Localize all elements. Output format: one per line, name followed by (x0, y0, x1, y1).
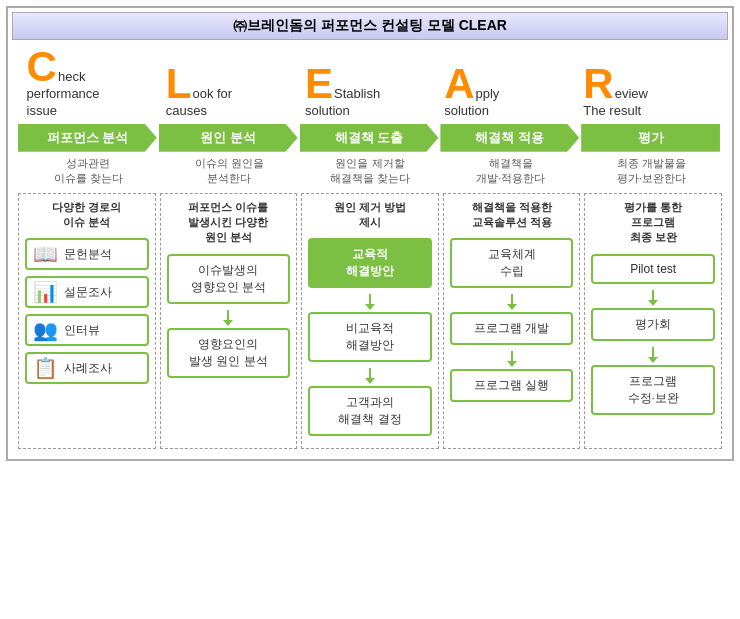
phase-label-1: 퍼포먼스 분석 (47, 129, 129, 147)
phase-label-4: 해결책 적용 (475, 129, 544, 147)
col4-item-2: 프로그램 개발 (450, 312, 574, 345)
phase-box-2: 원인 분석 (159, 124, 298, 152)
col1-item-1-label: 문헌분석 (64, 246, 112, 263)
desc-row: 성과관련이슈를 찾는다 이슈의 원인을분석한다 원인을 제거할해결책을 찾는다 … (12, 156, 728, 187)
desc-4: 해결책을개발·적용한다 (440, 156, 581, 187)
col1-item-3-label: 인터뷰 (64, 322, 100, 339)
phase-box-3: 해결책 도출 (300, 124, 439, 152)
people-icon: 👥 (33, 320, 58, 340)
col1-item-4-label: 사례조사 (64, 360, 112, 377)
phase-box-4: 해결책 적용 (440, 124, 579, 152)
col3-item-2: 비교육적해결방안 (308, 312, 432, 362)
clear-item-l: L ook for causes (166, 63, 296, 120)
col1-item-2: 📊 설문조사 (25, 276, 149, 308)
arrow-5-1 (591, 290, 715, 306)
col1-item-2-label: 설문조사 (64, 284, 112, 301)
letter-r: R (583, 63, 613, 105)
title-bar: ㈜브레인돔의 퍼포먼스 컨설팅 모델 CLEAR (12, 12, 728, 40)
phase-label-5: 평가 (638, 129, 664, 147)
col3-item-1: 교육적해결방안 (308, 238, 432, 288)
phase-box-1: 퍼포먼스 분석 (18, 124, 157, 152)
arrow-3-2 (308, 368, 432, 384)
clear-item-r: R eview The result (583, 63, 713, 120)
col5-item-1: Pilot test (591, 254, 715, 284)
desc-1: 성과관련이슈를 찾는다 (18, 156, 159, 187)
chart-icon: 📊 (33, 282, 58, 302)
arrow-4-1 (450, 294, 574, 310)
letter-c-rest: heck (58, 69, 85, 84)
letter-r-rest: eview (615, 86, 648, 101)
letter-a-desc: solution (444, 103, 489, 120)
letter-e-desc: solution (305, 103, 350, 120)
phase-box-5: 평가 (581, 124, 720, 152)
column-3: 원인 제거 방법제시 교육적해결방안 비교육적해결방안 고객과의해결책 결정 (301, 193, 439, 450)
col1-item-3: 👥 인터뷰 (25, 314, 149, 346)
clear-item-a: A pply solution (444, 63, 574, 120)
col1-item-4: 📋 사례조사 (25, 352, 149, 384)
col5-title: 평가를 통한프로그램최종 보완 (591, 200, 715, 246)
column-1: 다양한 경로의이슈 분석 📖 문헌분석 📊 설문조사 👥 인터뷰 📋 사례조사 (18, 193, 156, 450)
book-icon: 📖 (33, 244, 58, 264)
col5-item-3: 프로그램수정·보완 (591, 365, 715, 415)
column-2: 퍼포먼스 이슈를발생시킨 다양한원인 분석 이슈발생의영향요인 분석 영향요인의… (160, 193, 298, 450)
col3-title: 원인 제거 방법제시 (308, 200, 432, 231)
clear-item-c: C heck performanceissue (27, 46, 157, 120)
phase-row: 퍼포먼스 분석 원인 분석 해결책 도출 해결책 적용 평가 (12, 124, 728, 152)
letter-e: E (305, 63, 333, 105)
columns-row: 다양한 경로의이슈 분석 📖 문헌분석 📊 설문조사 👥 인터뷰 📋 사례조사 … (12, 193, 728, 456)
letter-r-desc: The result (583, 103, 641, 120)
arrow-3-1 (308, 294, 432, 310)
desc-5: 최종 개발물을평가·보완한다 (581, 156, 722, 187)
col4-item-3: 프로그램 실행 (450, 369, 574, 402)
letter-c: C (27, 46, 57, 88)
phase-label-3: 해결책 도출 (335, 129, 404, 147)
col3-item-3: 고객과의해결책 결정 (308, 386, 432, 436)
letter-l-rest: ook for (192, 86, 232, 101)
column-5: 평가를 통한프로그램최종 보완 Pilot test 평가회 프로그램수정·보완 (584, 193, 722, 450)
col4-title: 해결책을 적용한교육솔루션 적용 (450, 200, 574, 231)
letter-l-desc: causes (166, 103, 207, 120)
letter-a-rest: pply (476, 86, 500, 101)
column-4: 해결책을 적용한교육솔루션 적용 교육체계수립 프로그램 개발 프로그램 실행 (443, 193, 581, 450)
arrow-5-2 (591, 347, 715, 363)
col1-title: 다양한 경로의이슈 분석 (25, 200, 149, 231)
col2-item-1: 이슈발생의영향요인 분석 (167, 254, 291, 304)
col4-item-1: 교육체계수립 (450, 238, 574, 288)
title-text: ㈜브레인돔의 퍼포먼스 컨설팅 모델 CLEAR (233, 17, 507, 33)
letter-a: A (444, 63, 474, 105)
desc-2: 이슈의 원인을분석한다 (159, 156, 300, 187)
phase-label-2: 원인 분석 (200, 129, 256, 147)
col2-title: 퍼포먼스 이슈를발생시킨 다양한원인 분석 (167, 200, 291, 246)
letter-l: L (166, 63, 192, 105)
clear-row: C heck performanceissue L ook for causes… (12, 46, 728, 124)
col5-item-2: 평가회 (591, 308, 715, 341)
letter-e-rest: Stablish (334, 86, 380, 101)
letter-c-desc: performanceissue (27, 86, 100, 120)
arrow-4-2 (450, 351, 574, 367)
desc-3: 원인을 제거할해결책을 찾는다 (300, 156, 441, 187)
arrow-2-1 (167, 310, 291, 326)
main-container: ㈜브레인돔의 퍼포먼스 컨설팅 모델 CLEAR C heck performa… (6, 6, 734, 461)
clear-item-e: E Stablish solution (305, 63, 435, 120)
col2-item-2: 영향요인의발생 원인 분석 (167, 328, 291, 378)
doc-icon: 📋 (33, 358, 58, 378)
col1-item-1: 📖 문헌분석 (25, 238, 149, 270)
